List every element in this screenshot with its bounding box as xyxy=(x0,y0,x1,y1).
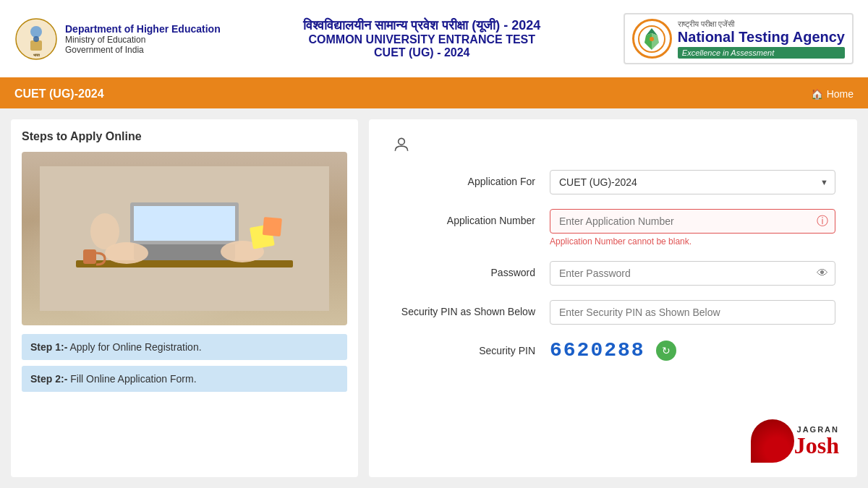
govt-name: Government of India xyxy=(65,45,221,55)
josh-text: Josh xyxy=(794,434,839,457)
nta-text: राष्ट्रीय परीक्षा एजेंसी National Testin… xyxy=(678,20,845,59)
svg-rect-16 xyxy=(263,217,282,236)
nta-circle-icon xyxy=(632,19,672,59)
svg-rect-17 xyxy=(83,249,96,264)
jagran-text-block: JAGRAN Josh xyxy=(794,425,839,457)
app-number-input-wrapper: ⓘ xyxy=(550,209,835,234)
nta-emblem-icon xyxy=(637,25,666,53)
step1-text: Apply for Online Registration. xyxy=(69,341,201,353)
hindi-title: विश्वविद्यालयीन सामान्य प्रवेश परीक्षा (… xyxy=(235,18,609,33)
refresh-pin-button[interactable]: ↻ xyxy=(656,341,676,361)
app-for-select[interactable]: CUET (UG)-2024 xyxy=(550,170,835,194)
pin-display-row: 6620288 ↻ xyxy=(550,339,835,361)
step1-item: Step 1:- Apply for Online Registration. xyxy=(22,334,347,360)
password-input-wrapper: 👁 xyxy=(550,261,835,286)
jagran-josh-circle-icon xyxy=(751,419,794,463)
left-panel: Steps to Apply Online xyxy=(11,119,358,477)
ministry-name: Ministry of Education xyxy=(65,35,221,45)
nta-english-name: National Testing Agency xyxy=(678,29,845,46)
header-center: विश्वविद्यालयीन सामान्य प्रवेश परीक्षा (… xyxy=(221,18,624,59)
svg-rect-11 xyxy=(134,206,235,241)
header: भारत Department of Higher Education Mini… xyxy=(0,0,868,80)
app-number-row: Application Number ⓘ Application Number … xyxy=(391,209,835,247)
right-panel: Application For CUET (UG)-2024 Applicati… xyxy=(369,119,857,477)
navbar: CUET (UG)-2024 🏠 Home xyxy=(0,80,868,108)
user-icon xyxy=(391,134,412,155)
navbar-brand: CUET (UG)-2024 xyxy=(14,87,104,100)
org-text: Department of Higher Education Ministry … xyxy=(65,23,221,55)
svg-rect-8 xyxy=(76,260,293,267)
nta-tagline: Excellence in Assessment xyxy=(678,47,845,59)
steps-image xyxy=(22,152,347,325)
app-number-error: Application Number cannot be blank. xyxy=(550,236,835,247)
user-icon-row xyxy=(391,134,835,155)
home-label: Home xyxy=(827,88,854,100)
error-icon: ⓘ xyxy=(817,214,828,229)
india-emblem-icon: भारत xyxy=(14,17,58,61)
password-field: 👁 xyxy=(550,261,835,286)
security-pin-input-label: Security PIN as Shown Below xyxy=(391,300,550,317)
logo-left: भारत Department of Higher Education Mini… xyxy=(14,17,221,61)
office-illustration xyxy=(40,166,329,311)
password-input[interactable] xyxy=(550,261,835,286)
svg-rect-2 xyxy=(30,40,42,51)
eye-icon: 👁 xyxy=(817,267,828,280)
app-number-field: ⓘ Application Number cannot be blank. xyxy=(550,209,835,247)
step2-item: Step 2:- Fill Online Application Form. xyxy=(22,366,347,392)
security-pin-input-field xyxy=(550,300,835,325)
security-pin-input-row: Security PIN as Shown Below xyxy=(391,300,835,325)
svg-rect-9 xyxy=(134,242,235,260)
svg-point-18 xyxy=(399,138,405,145)
dept-name: Department of Higher Education xyxy=(65,23,221,35)
step2-text: Fill Online Application Form. xyxy=(70,373,196,385)
home-icon: 🏠 xyxy=(811,88,823,100)
svg-point-3 xyxy=(33,36,39,42)
jagran-josh-logo: JAGRAN Josh xyxy=(751,419,839,463)
app-for-field: CUET (UG)-2024 xyxy=(550,170,835,194)
security-pin-label: Security PIN xyxy=(391,339,550,356)
security-pin-row: Security PIN 6620288 ↻ xyxy=(391,339,835,361)
app-for-select-wrapper: CUET (UG)-2024 xyxy=(550,170,835,194)
app-number-label: Application Number xyxy=(391,209,550,226)
nta-logo-block: राष्ट्रीय परीक्षा एजेंसी National Testin… xyxy=(624,13,854,64)
app-number-input[interactable] xyxy=(550,209,835,234)
cuet-title: CUET (UG) - 2024 xyxy=(235,46,609,59)
password-row: Password 👁 xyxy=(391,261,835,286)
security-pin-value: 6620288 xyxy=(550,339,645,361)
svg-text:भारत: भारत xyxy=(33,53,41,57)
home-link[interactable]: 🏠 Home xyxy=(811,88,854,100)
security-pin-input[interactable] xyxy=(550,300,835,325)
svg-point-14 xyxy=(90,213,119,249)
app-for-label: Application For xyxy=(391,170,550,187)
english-title: COMMON UNIVERSITY ENTRANCE TEST xyxy=(235,33,609,46)
step1-label: Step 1:- xyxy=(30,341,67,353)
security-pin-field: 6620288 ↻ xyxy=(550,339,835,361)
steps-title: Steps to Apply Online xyxy=(22,130,347,143)
svg-point-6 xyxy=(650,37,654,41)
main-content: Steps to Apply Online xyxy=(0,108,868,488)
app-for-row: Application For CUET (UG)-2024 xyxy=(391,170,835,194)
steps-image-content xyxy=(22,152,347,325)
svg-point-1 xyxy=(30,26,42,38)
password-label: Password xyxy=(391,261,550,278)
user-avatar-icon xyxy=(392,135,411,154)
nta-hindi-name: राष्ट्रीय परीक्षा एजेंसी xyxy=(678,20,845,29)
step2-label: Step 2:- xyxy=(30,373,67,385)
nta-logo: राष्ट्रीय परीक्षा एजेंसी National Testin… xyxy=(624,13,854,64)
